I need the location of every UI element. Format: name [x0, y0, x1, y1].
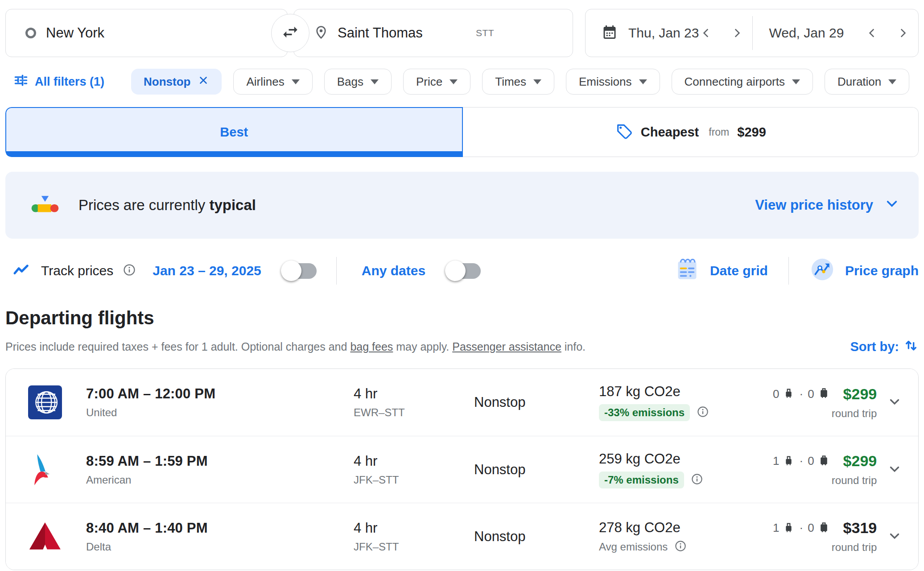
chip-connecting-airports[interactable]: Connecting airports: [672, 69, 813, 95]
tune-icon: [13, 73, 29, 91]
flight-price-cell: 1 · 0 $319 round trip: [773, 519, 877, 554]
flight-times-airline: 8:59 AM – 1:59 PM American: [86, 453, 354, 486]
tab-best-label: Best: [220, 125, 248, 140]
flight-co2: 187 kg CO2e: [599, 384, 773, 400]
price-disclaimer: Prices include required taxes + fees for…: [5, 340, 586, 353]
flight-times: 8:59 AM – 1:59 PM: [86, 453, 354, 469]
carryon-bag-count: 0: [773, 387, 779, 401]
flight-price-cell: 0 · 0 $299 round trip: [773, 385, 877, 420]
chip-price[interactable]: Price: [403, 69, 470, 95]
bag-separator: ·: [799, 521, 803, 535]
checked-bag-icon: [818, 521, 830, 536]
return-date-next-button[interactable]: [895, 25, 910, 41]
expand-flight-button[interactable]: [887, 528, 902, 545]
swap-locations-button[interactable]: [271, 14, 309, 52]
return-date-prev-button[interactable]: [865, 25, 880, 41]
sort-by-label: Sort by:: [850, 339, 899, 354]
return-date[interactable]: Wed, Jan 29: [769, 25, 844, 41]
flight-route: EWR–STT: [354, 406, 474, 419]
departure-date-next-button[interactable]: [729, 25, 744, 41]
carryon-bag-icon: [783, 521, 795, 536]
track-prices-toggle[interactable]: [281, 260, 318, 281]
flight-times: 8:40 AM – 1:40 PM: [86, 520, 354, 536]
emissions-badge: -7% emissions: [599, 472, 684, 488]
chip-airlines[interactable]: Airlines: [233, 69, 312, 95]
carryon-bag-icon: [783, 386, 795, 401]
origin-input[interactable]: [46, 25, 274, 41]
tab-cheapest-from: from: [709, 126, 729, 138]
any-dates-toggle[interactable]: [445, 260, 482, 281]
chip-nonstop[interactable]: Nonstop: [131, 69, 222, 95]
departing-flights-list: 7:00 AM – 12:00 PM United 4 hr EWR–STT N…: [5, 368, 919, 570]
all-filters-button[interactable]: All filters (1): [13, 73, 104, 91]
chip-times[interactable]: Times: [482, 69, 554, 95]
departure-date[interactable]: Thu, Jan 23: [628, 25, 699, 41]
expand-flight-button[interactable]: [887, 461, 902, 478]
chip-emissions[interactable]: Emissions: [566, 69, 660, 95]
results-tabstrip: Best Cheapest from $299: [5, 107, 919, 157]
track-prices-group: Track prices Jan 23 – 29, 2025: [5, 260, 318, 281]
chevron-down-icon: [639, 79, 647, 84]
chip-duration[interactable]: Duration: [825, 69, 909, 95]
price-graph-button[interactable]: Price graph: [809, 257, 919, 286]
carryon-bag-count: 1: [773, 454, 779, 468]
divider: [336, 257, 337, 285]
flight-times-airline: 7:00 AM – 12:00 PM United: [86, 386, 354, 419]
chip-nonstop-label: Nonstop: [144, 75, 190, 89]
flight-airline: American: [86, 474, 354, 486]
date-grid-button[interactable]: Date grid: [674, 257, 768, 286]
chevron-down-icon: [887, 528, 902, 545]
expand-flight-button[interactable]: [887, 394, 902, 411]
divider: [788, 257, 789, 285]
flight-stops-cell: Nonstop: [474, 394, 599, 410]
chip-bags[interactable]: Bags: [324, 69, 392, 95]
tab-cheapest-price: $299: [737, 125, 766, 140]
sort-by-button[interactable]: Sort by:: [850, 338, 919, 356]
view-price-history-button[interactable]: View price history: [755, 196, 899, 214]
flight-stops: Nonstop: [474, 462, 599, 478]
flight-row-delta[interactable]: 8:40 AM – 1:40 PM Delta 4 hr JFK–STT Non…: [6, 503, 918, 570]
flight-duration: 4 hr: [354, 453, 474, 469]
flight-stops-cell: Nonstop: [474, 462, 599, 478]
origin-field[interactable]: [5, 9, 288, 57]
flight-price: $319: [843, 519, 877, 537]
flight-row-united[interactable]: 7:00 AM – 12:00 PM United 4 hr EWR–STT N…: [6, 369, 918, 436]
flight-row-american[interactable]: 8:59 AM – 1:59 PM American 4 hr JFK–STT …: [6, 436, 918, 503]
destination-field[interactable]: STT: [293, 9, 573, 57]
price-qualifier: round trip: [773, 541, 877, 554]
info-icon[interactable]: [123, 264, 136, 278]
flight-times: 7:00 AM – 12:00 PM: [86, 386, 354, 402]
info-icon[interactable]: [697, 406, 709, 419]
checked-bag-count: 0: [808, 454, 814, 468]
chip-duration-label: Duration: [837, 75, 881, 89]
swap-horizontal-icon: [281, 23, 300, 43]
price-insights-message: Prices are currently typical: [78, 197, 256, 214]
destination-airport-code: STT: [476, 28, 494, 38]
passenger-assistance-link[interactable]: Passenger assistance: [452, 340, 561, 353]
chevron-down-icon: [887, 394, 902, 411]
departure-date-section[interactable]: Thu, Jan 23: [586, 9, 752, 57]
tab-cheapest[interactable]: Cheapest from $299: [463, 107, 919, 157]
departure-date-prev-button[interactable]: [699, 25, 714, 41]
departing-flights-header: Departing flights Prices include require…: [5, 307, 919, 356]
chevron-down-icon: [450, 79, 458, 84]
origin-circle-icon: [25, 28, 36, 38]
tab-best[interactable]: Best: [5, 107, 463, 157]
return-date-section[interactable]: Wed, Jan 29: [753, 9, 918, 57]
flight-airline: United: [86, 406, 354, 419]
info-icon[interactable]: [691, 473, 703, 487]
chevron-down-icon: [371, 79, 379, 84]
close-icon[interactable]: [198, 74, 209, 89]
any-dates-group: Any dates: [355, 260, 482, 281]
bag-fees-link[interactable]: bag fees: [350, 340, 393, 353]
flight-price: $299: [843, 452, 877, 470]
airline-logo-american: [28, 453, 86, 487]
price-level-indicator-icon: [30, 192, 60, 219]
calendar-icon: [602, 24, 618, 42]
price-tag-icon: [615, 122, 633, 142]
view-tools: Date grid Price graph: [674, 257, 919, 286]
destination-input[interactable]: [338, 25, 471, 41]
location-pin-icon: [314, 23, 329, 43]
filters-row: All filters (1) Nonstop Airlines Bags Pr…: [0, 68, 924, 95]
info-icon[interactable]: [675, 540, 686, 554]
